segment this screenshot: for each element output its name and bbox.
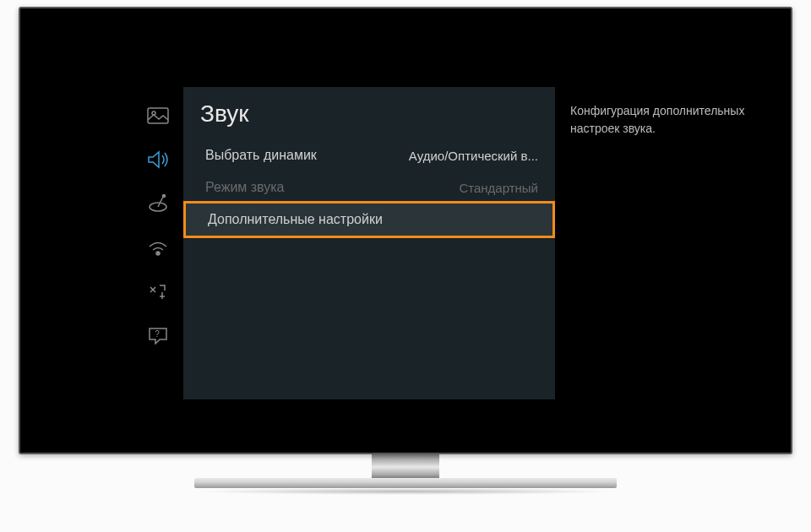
stand-base (194, 478, 617, 488)
description-text: Конфигурация дополнительных настроек зву… (570, 102, 749, 138)
menu-item-advanced-settings[interactable]: Дополнительные настройки (183, 201, 555, 238)
tv-frame: ? Звук Выбрать динамик Аудио/Оптический … (19, 7, 792, 454)
support-icon[interactable]: ? (146, 325, 170, 345)
menu-label: Выбрать динамик (205, 148, 317, 163)
tv-stand (194, 454, 617, 513)
tv-screen: ? Звук Выбрать динамик Аудио/Оптический … (27, 15, 784, 446)
stand-neck (372, 454, 439, 480)
menu-value: Аудио/Оптический в... (409, 149, 538, 163)
settings-sidebar: ? (133, 87, 183, 399)
menu-item-sound-mode: Режим звука Стандартный (183, 171, 555, 204)
page-title: Звук (183, 95, 555, 139)
menu-value: Стандартный (459, 181, 538, 195)
network-icon[interactable] (146, 237, 170, 258)
svg-text:?: ? (155, 329, 160, 339)
settings-panel: ? Звук Выбрать динамик Аудио/Оптический … (133, 87, 758, 399)
sound-icon[interactable] (146, 149, 170, 170)
menu-item-select-speaker[interactable]: Выбрать динамик Аудио/Оптический в... (183, 139, 555, 171)
menu-label: Дополнительные настройки (208, 212, 383, 227)
broadcast-icon[interactable] (146, 193, 170, 214)
description-panel: Конфигурация дополнительных настроек зву… (555, 87, 758, 399)
system-icon[interactable] (146, 281, 170, 301)
svg-point-4 (156, 252, 160, 255)
svg-rect-0 (148, 108, 168, 123)
content-panel: Звук Выбрать динамик Аудио/Оптический в.… (183, 87, 555, 399)
picture-icon[interactable] (146, 106, 170, 126)
menu-label: Режим звука (205, 180, 285, 195)
svg-point-3 (163, 195, 166, 198)
